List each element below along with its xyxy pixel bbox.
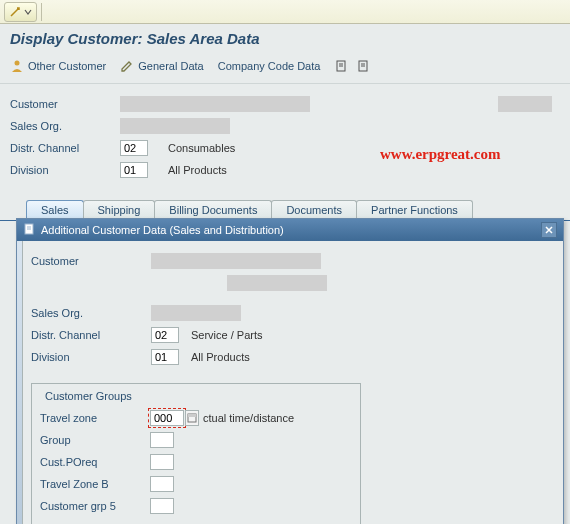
person-icon [10,59,24,73]
popup-customer-value-redacted [151,253,321,269]
sales-org-row: Sales Org. [10,116,560,136]
general-data-button[interactable]: General Data [120,59,203,73]
company-code-data-label: Company Code Data [218,60,321,72]
system-toolbar [0,0,570,24]
popup-left-rail [17,241,23,524]
other-customer-button[interactable]: Other Customer [10,59,106,73]
cust-poreq-row: Cust.POreq [40,452,352,472]
travel-zone-label: Travel zone [40,412,150,424]
popup-sales-org-label: Sales Org. [31,307,151,319]
travel-zone-f4-button[interactable] [185,410,199,426]
page-title: Display Customer: Sales Area Data [10,30,260,47]
tab-partner[interactable]: Partner Functions [356,200,473,220]
customer-label: Customer [10,98,120,110]
cust-poreq-input[interactable] [150,454,174,470]
travel-zone-desc: ctual time/distance [203,412,294,424]
pencil-icon [120,59,134,73]
close-button[interactable] [541,222,557,238]
group-input[interactable] [150,432,174,448]
tab-sales[interactable]: Sales [26,200,84,220]
division-label: Division [10,164,120,176]
distr-channel-label: Distr. Channel [10,142,120,154]
popup-division-desc: All Products [191,351,250,363]
toolbar-button-group[interactable] [4,2,37,22]
toolbar-divider [41,3,42,21]
customer-extra-redacted [498,96,552,112]
groupbox-title: Customer Groups [42,390,135,402]
group-label: Group [40,434,150,446]
travel-zone-b-input[interactable] [150,476,174,492]
svg-rect-11 [188,414,196,417]
popup-sales-org-row: Sales Org. [31,303,553,323]
travel-zone-input[interactable] [150,410,184,426]
document-icon [23,223,35,237]
chevron-down-icon [24,8,32,16]
customer-grp5-row: Customer grp 5 [40,496,352,516]
division-input[interactable] [120,162,148,178]
svg-point-0 [15,61,20,66]
tab-shipping[interactable]: Shipping [83,200,156,220]
tab-billing[interactable]: Billing Documents [154,200,272,220]
sales-org-value-redacted [120,118,230,134]
popup-distr-channel-row: Distr. Channel Service / Parts [31,325,553,345]
cust-poreq-label: Cust.POreq [40,456,150,468]
popup-customer-row2 [31,273,553,293]
other-customer-label: Other Customer [28,60,106,72]
popup-distr-channel-label: Distr. Channel [31,329,151,341]
popup-body: Customer Sales Org. Distr. Channel Servi… [17,241,563,371]
popup-customer-value2-redacted [227,275,327,291]
group-row: Group [40,430,352,450]
sales-org-label: Sales Org. [10,120,120,132]
customer-row: Customer [10,94,560,114]
popup-distr-channel-input[interactable] [151,327,179,343]
search-help-icon [187,413,197,423]
travel-zone-b-row: Travel Zone B [40,474,352,494]
wand-icon [9,6,21,18]
document-small-icon-1[interactable] [334,59,348,73]
division-desc: All Products [168,164,227,176]
travel-zone-b-label: Travel Zone B [40,478,150,490]
popup-sales-org-value-redacted [151,305,241,321]
popup-title-text: Additional Customer Data (Sales and Dist… [41,224,284,236]
main-form: Customer Sales Org. Distr. Channel Consu… [0,84,570,188]
customer-groups-groupbox: Customer Groups Travel zone ctual time/d… [31,383,361,524]
popup-titlebar: Additional Customer Data (Sales and Dist… [17,219,563,241]
popup-customer-row: Customer [31,251,553,271]
document-small-icon-2[interactable] [356,59,370,73]
tab-documents[interactable]: Documents [271,200,357,220]
customer-grp5-input[interactable] [150,498,174,514]
watermark-text: www.erpgreat.com [380,146,501,163]
customer-value-redacted [120,96,310,112]
popup-customer-label: Customer [31,255,151,267]
company-code-data-button[interactable]: Company Code Data [218,60,321,72]
customer-grp5-label: Customer grp 5 [40,500,150,512]
popup-division-input[interactable] [151,349,179,365]
general-data-label: General Data [138,60,203,72]
distr-channel-input[interactable] [120,140,148,156]
title-area: Display Customer: Sales Area Data [0,24,570,55]
popup-division-label: Division [31,351,151,363]
popup-distr-channel-desc: Service / Parts [191,329,263,341]
additional-customer-data-popup: Additional Customer Data (Sales and Dist… [16,218,564,524]
popup-division-row: Division All Products [31,347,553,367]
division-row: Division All Products [10,160,560,180]
action-bar: Other Customer General Data Company Code… [0,55,570,84]
close-icon [544,225,554,235]
travel-zone-row: Travel zone ctual time/distance [40,408,352,428]
distr-channel-desc: Consumables [168,142,235,154]
